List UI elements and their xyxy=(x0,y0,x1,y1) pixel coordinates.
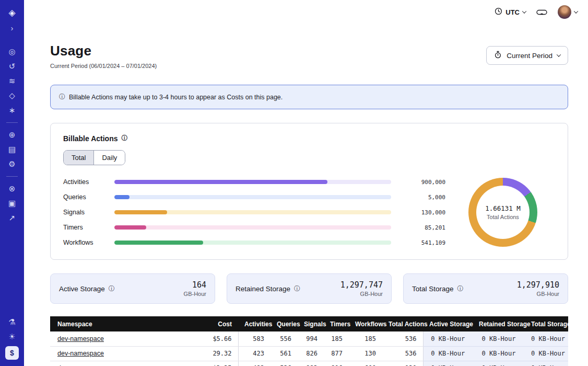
col-header-timers: Timers xyxy=(324,316,349,331)
settings-gear-icon[interactable]: ⚙ xyxy=(4,157,20,171)
billable-view-toggle: Total Daily xyxy=(63,150,125,165)
storage-cards-row: Active Storage ⓘ 164 GB-Hour Retained St… xyxy=(50,273,568,304)
stat-label: Retained Storage xyxy=(236,285,290,293)
billable-chart-area: Activities 900,000 Queries 5,000 Signals… xyxy=(63,178,555,247)
timezone-label: UTC xyxy=(505,8,520,16)
theme-toggle-icon[interactable]: ☀ xyxy=(4,330,20,344)
cell-total-actions: 130 xyxy=(382,361,423,366)
donut-chart-area: 1.66131 M Total Actions xyxy=(451,178,555,247)
col-header-total-actions: Total Actions xyxy=(382,316,423,331)
getting-started-icon[interactable]: ↗ xyxy=(4,211,20,225)
info-icon[interactable]: ⓘ xyxy=(122,134,128,143)
cell-workflows: 130 xyxy=(349,346,382,361)
incidents-icon[interactable]: ⊗ xyxy=(4,182,20,196)
cell-cost: $3.35 xyxy=(191,361,238,366)
page-header: Usage Current Period (06/01/2024 – 07/01… xyxy=(50,43,568,69)
donut-total-label: Total Actions xyxy=(487,214,519,220)
batch-operations-icon[interactable]: ≋ xyxy=(4,74,20,88)
temporal-logo-icon[interactable]: ◈ xyxy=(4,6,20,19)
avatar[interactable] xyxy=(558,5,571,19)
namespaces-icon[interactable]: ◎ xyxy=(4,45,20,59)
cell-total-actions: 536 xyxy=(382,346,423,361)
table-header-row: Namespace Cost Activities Queries Signal… xyxy=(50,316,568,331)
clock-icon xyxy=(495,7,502,17)
cell-active-storage: 0 KB-Hour xyxy=(423,361,473,366)
labs-flask-icon[interactable]: ⚗ xyxy=(4,315,20,329)
period-selector-button[interactable]: Current Period xyxy=(486,46,568,65)
col-header-queries: Queries xyxy=(271,316,298,331)
col-header-total-storage: Total Storage xyxy=(525,316,568,331)
bar-track xyxy=(114,180,391,184)
active-storage-card: Active Storage ⓘ 164 GB-Hour xyxy=(50,273,215,304)
cell-queries: 556 xyxy=(271,331,298,346)
bar-fill xyxy=(114,195,130,199)
topbar: UTC xyxy=(24,0,588,24)
page-subtitle: Current Period (06/01/2024 – 07/01/2024) xyxy=(50,63,157,69)
namespace-link[interactable]: dev-namespace xyxy=(57,350,104,357)
stat-unit: GB-Hour xyxy=(184,291,206,297)
chevron-down-icon xyxy=(522,9,526,13)
nexus-icon[interactable]: ∗ xyxy=(4,104,20,117)
bar-value: 130,000 xyxy=(397,209,445,216)
billing-icon[interactable]: ▤ xyxy=(4,143,20,156)
cell-total-storage: 0 KB-Hour xyxy=(525,361,568,366)
main-area: UTC Usage Current Period (06/01/2024 – 0… xyxy=(24,0,588,366)
stat-label: Active Storage xyxy=(59,285,105,293)
namespace-link[interactable]: dev-namespace xyxy=(57,335,104,342)
stopwatch-icon xyxy=(494,51,502,60)
info-icon[interactable]: ⓘ xyxy=(294,284,300,293)
col-header-activities: Activities xyxy=(238,316,271,331)
bar-value: 85,201 xyxy=(397,224,445,231)
bar-label: Queries xyxy=(63,193,108,201)
bar-value: 900,000 xyxy=(397,179,445,186)
stat-value: 1,297,747 xyxy=(340,280,383,290)
schedules-icon[interactable]: ↺ xyxy=(4,60,20,73)
chevron-down-icon xyxy=(574,9,578,13)
bar-value: 541,109 xyxy=(397,239,445,246)
table-row: dev-namespace $3.35 492 536 883 816 600 … xyxy=(50,361,568,366)
info-icon: ⓘ xyxy=(59,93,65,101)
cell-active-storage: 0 KB-Hour xyxy=(423,346,473,361)
cell-total-storage: 0 KB-Hour xyxy=(525,331,568,346)
cell-cost: 29.32 xyxy=(191,346,238,361)
chevron-down-icon xyxy=(557,52,561,56)
stat-label: Total Storage xyxy=(412,285,454,293)
billable-actions-title-row: Billable Actions ⓘ xyxy=(63,134,555,143)
period-button-label: Current Period xyxy=(507,52,552,60)
retained-storage-card: Retained Storage ⓘ 1,297,747 GB-Hour xyxy=(227,273,392,304)
total-actions-donut: 1.66131 M Total Actions xyxy=(468,178,537,247)
bar-fill xyxy=(114,180,327,184)
usage-icon[interactable]: ⊕ xyxy=(4,128,20,142)
timezone-selector[interactable]: UTC xyxy=(495,7,526,17)
billable-actions-title: Billable Actions xyxy=(63,134,118,143)
stat-value: 1,297,910 xyxy=(517,280,559,290)
cell-timers: 185 xyxy=(324,331,349,346)
page-content: Usage Current Period (06/01/2024 – 07/01… xyxy=(24,43,588,366)
bar-label: Signals xyxy=(63,209,108,216)
col-header-namespace: Namespace xyxy=(50,316,191,331)
cell-queries: 561 xyxy=(271,346,298,361)
donut-total-value: 1.66131 M xyxy=(485,204,521,212)
credits-dollar-icon[interactable]: $ xyxy=(5,346,19,360)
tab-daily[interactable]: Daily xyxy=(94,151,125,165)
cell-signals: 883 xyxy=(298,361,324,366)
account-menu[interactable] xyxy=(558,5,578,19)
cell-timers: 877 xyxy=(324,346,349,361)
info-icon[interactable]: ⓘ xyxy=(109,284,115,293)
table-row: dev-namespace 29.32 423 561 826 877 130 … xyxy=(50,346,568,361)
col-header-cost: Cost xyxy=(191,316,238,331)
tab-total[interactable]: Total xyxy=(64,151,94,165)
feedback-goggles-icon[interactable] xyxy=(536,8,547,16)
bar-value: 5,000 xyxy=(397,194,445,201)
col-header-retained-storage: Retained Storage xyxy=(473,316,525,331)
collapse-sidebar-icon[interactable]: › xyxy=(4,21,20,35)
cell-retained-storage: 0 KB-Hour xyxy=(473,346,525,361)
cell-activities: 492 xyxy=(238,361,271,366)
info-icon[interactable]: ⓘ xyxy=(457,284,464,293)
cell-workflows: 600 xyxy=(349,361,382,366)
docs-icon[interactable]: ▣ xyxy=(4,197,20,210)
deployments-icon[interactable]: ◇ xyxy=(4,89,20,102)
donut-center: 1.66131 M Total Actions xyxy=(468,178,537,247)
cell-cost: $5.66 xyxy=(191,331,238,346)
bar-row-workflows: Workflows 541,109 xyxy=(63,239,445,246)
